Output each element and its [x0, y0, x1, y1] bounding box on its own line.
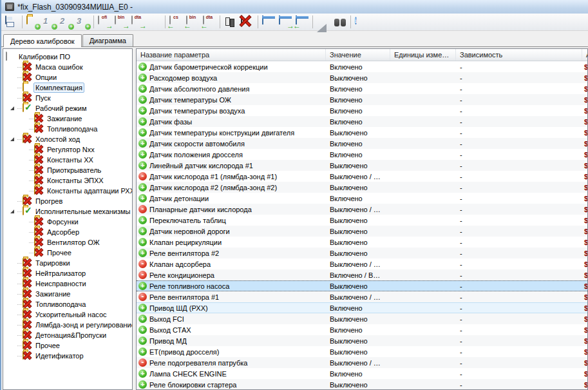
tree-item[interactable]: Лямбда-зонд и регулирование [3, 320, 132, 330]
tree-item[interactable]: Опции [3, 72, 132, 83]
table-row[interactable]: ET(привод дросселя) Выключено - $5 [137, 346, 587, 357]
search-button[interactable] [332, 14, 348, 30]
column-header-units[interactable]: Единицы изме… [390, 49, 456, 61]
tree-item[interactable]: Тарировки [3, 258, 132, 268]
table-row[interactable]: Датчик неровной дороги Выключено - $5 [137, 226, 587, 237]
tree-item[interactable]: Зажигание [3, 113, 132, 124]
tree-item[interactable]: Константы адаптации РХХ [3, 186, 132, 196]
column-header-dependency[interactable]: Зависимость [456, 49, 582, 61]
tree-item-label: Регулятор Nxx [45, 145, 97, 154]
table-row[interactable]: Датчик абсолютного давления Включено - $… [137, 83, 587, 94]
chip-compare-button[interactable] [222, 14, 239, 30]
tree-item[interactable]: Адсорбер [3, 227, 132, 237]
open-project-add-button[interactable]: + [24, 14, 41, 30]
table-row[interactable]: Реле вентилятора #1 Выключено / … - $5 [137, 291, 587, 302]
tree-item[interactable]: ✓ Рабочий режим [3, 103, 132, 113]
tree-item[interactable]: Зажигание [3, 289, 132, 299]
tree-item[interactable]: Детонация&Пропуски [3, 330, 132, 340]
table-import-button[interactable]: ← [294, 14, 310, 30]
tree-item[interactable]: Регулятор Nxx [3, 144, 132, 155]
table-row[interactable]: Реле подогревателя патрубка Выключено / … [137, 357, 587, 368]
table-row[interactable]: Датчик температуры ОЖ Включено - $5 [137, 94, 587, 105]
tree-item[interactable]: Ускорительный насос [3, 309, 132, 320]
tree-item[interactable]: Прочее [3, 340, 132, 351]
add-slot-2-button[interactable]: 2+ [58, 14, 75, 30]
table-row[interactable]: Переключатель таблиц Выключено - $5 [137, 215, 587, 226]
table-row[interactable]: Датчик скорости автомобиля Включено - $5 [137, 138, 587, 149]
table-row[interactable]: Датчик кислорода #1 (лямбда-зонд #1) Вык… [137, 171, 587, 182]
column-header-name[interactable]: Название параметра [137, 49, 326, 61]
export-dta-button[interactable]: dta→ [129, 14, 146, 30]
parameter-value: Выключено [326, 74, 390, 82]
save-button[interactable] [3, 14, 20, 30]
table-row[interactable]: Клапан рециркуляции Выключено - $5 [137, 237, 587, 248]
table-row[interactable]: Выход СТАХ Включено - $5 [137, 324, 587, 335]
expander-icon[interactable] [10, 137, 14, 141]
table-export-button[interactable]: → [277, 14, 294, 30]
tree-item[interactable]: Пуск [3, 93, 132, 103]
tree-item[interactable]: Прочее [3, 248, 132, 258]
table-row[interactable]: Датчик фазы Включено - $5 [137, 116, 587, 127]
import-dta-button[interactable]: dta← [201, 14, 218, 30]
folder-icon [26, 15, 28, 24]
parameter-dependency: - [456, 271, 582, 279]
parameter-value: Выключено / … [326, 359, 390, 367]
table-row[interactable]: Реле вентилятора #2 Выключено - $5 [137, 248, 587, 258]
table-view-button[interactable] [260, 14, 277, 30]
tree-item[interactable]: Идетификатор [3, 351, 132, 361]
tree-item[interactable]: Прогрев [3, 196, 132, 206]
expander-icon[interactable] [10, 210, 14, 213]
table-row[interactable]: Планарные датчики кислорода Выключено / … [137, 204, 587, 215]
table-row[interactable]: Привод ШД (РХХ) Включено - $5 [137, 302, 587, 313]
export-bin-button[interactable]: bin→ [113, 14, 129, 30]
table-row[interactable]: Датчик температуры конструкции двигателя… [137, 127, 587, 138]
expander-icon[interactable] [10, 106, 14, 110]
parameter-table: Название параметра Значение Единицы изме… [136, 48, 588, 390]
tree-item[interactable]: Вентилятор ОЖ [3, 237, 132, 248]
chip-erase-button[interactable] [239, 14, 256, 30]
import-cs-button[interactable]: cs← [167, 14, 184, 30]
column-header-address[interactable]: А [582, 49, 588, 61]
add-slot-1-button[interactable]: 1+ [41, 14, 58, 30]
tree-item[interactable]: Форсунки [3, 217, 132, 227]
status-ball-icon [138, 293, 147, 301]
tree-item[interactable]: Топливоподача [3, 299, 132, 309]
add-slot-3-button[interactable]: 3+ [75, 14, 91, 30]
info-button[interactable]: i [353, 14, 370, 30]
tree-item[interactable]: ✓ Исполнительные механизмы [3, 206, 132, 217]
tree-item[interactable]: Константы ЭПХХ [3, 175, 132, 186]
table-row[interactable]: Реле блокировки стартера Выключено - $5 [137, 379, 587, 389]
table-row[interactable]: Датчик положения дросселя Включено - $5 [137, 149, 587, 160]
app-window: *fix_Flash_03090934МИША_Е0 - + 1+ 2+ 3+ … [0, 0, 588, 390]
table-row[interactable]: Датчик детонации Включено - $5 [137, 193, 587, 204]
table-row[interactable]: Датчик барометрической коррекции Включен… [137, 61, 587, 72]
table-row[interactable]: Клапан адсорбера Выключено / … - $5 [137, 258, 587, 269]
table-row[interactable]: Расходомер воздуха Выключено - $5 [137, 72, 587, 83]
table-row[interactable]: Выход FCI Выключено - $5 [137, 313, 587, 324]
title-bar[interactable]: *fix_Flash_03090934МИША_Е0 - [1, 0, 588, 14]
tree-item-label: Холостой ход [33, 135, 82, 144]
tree-item[interactable]: Комплектация [3, 83, 132, 93]
tree-item[interactable]: Приоткрыватель [3, 165, 132, 175]
tree-item[interactable]: Калибровки ПО [3, 52, 132, 62]
tab-calibration-tree[interactable]: Дерево калибровок [3, 34, 82, 47]
parameter-address: $5 [582, 184, 587, 191]
table-row[interactable]: Датчик кислорода #2 (лямбда-зонд #2) Вык… [137, 182, 587, 193]
tab-diagram[interactable]: Диаграмма [82, 34, 133, 46]
table-row[interactable]: Реле кондиционера Включено / В… - $5 [137, 269, 587, 280]
import-bin-button[interactable]: bin← [184, 14, 201, 30]
tree-item[interactable]: Нейтрализатор [3, 268, 132, 278]
table-row[interactable]: Лампа CHECK ENGINE Включено - $5 [137, 368, 587, 379]
tree-item[interactable]: Холостой ход [3, 134, 132, 144]
tree-item[interactable]: Константы ХХ [3, 155, 132, 165]
column-header-value[interactable]: Значение [326, 49, 390, 61]
table-row[interactable]: Привод МД Выключено - $5 [137, 335, 587, 346]
parameter-dependency: - [456, 359, 582, 367]
table-row[interactable]: Реле топливного насоса Выключено - $5 [137, 280, 587, 291]
tree-item[interactable]: Неисправности [3, 278, 132, 289]
tree-item[interactable]: Маска ошибок [3, 62, 132, 72]
export-ofi-button[interactable]: ofi→ [96, 14, 113, 30]
table-row[interactable]: Линейный датчик кислорода #1 Выключено -… [137, 160, 587, 171]
tree-item[interactable]: Топливоподача [3, 124, 132, 134]
table-row[interactable]: Датчик температуры воздуха Включено - $5 [137, 105, 587, 116]
